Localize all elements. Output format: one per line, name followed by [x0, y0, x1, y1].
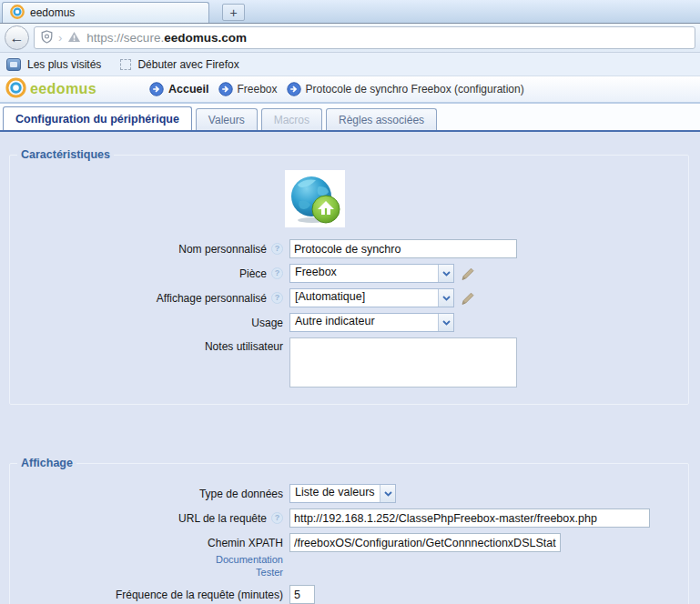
usage-select[interactable]: Autre indicateur [289, 313, 454, 332]
site-header: eedomus Accueil Freebox Protocole de syn… [0, 76, 700, 104]
display-legend: Affichage [17, 457, 76, 469]
custom-display-select[interactable]: [Automatique] [289, 288, 454, 307]
data-type-label: Type de données [199, 488, 283, 500]
request-frequency-input[interactable] [289, 585, 315, 604]
bookmark-get-started[interactable]: Débuter avec Firefox [137, 58, 238, 71]
breadcrumb-item-freebox[interactable]: Freebox [218, 82, 278, 96]
browser-tab[interactable]: eedomus [2, 2, 209, 23]
browser-tab-title: eedomus [30, 6, 75, 19]
chevron-down-icon [438, 265, 453, 282]
circle-arrow-icon [287, 82, 301, 96]
custom-display-label: Affichage personnalisé [157, 292, 267, 305]
help-icon[interactable]: ? [271, 267, 283, 279]
documentation-link[interactable]: Documentation [216, 554, 283, 565]
page-tabs: Configuration du périphérique Valeurs Ma… [0, 104, 700, 132]
default-bookmark-icon [120, 59, 131, 70]
breadcrumb: Accueil Freebox Protocole de synchro Fre… [149, 82, 524, 96]
warning-triangle-icon [67, 31, 81, 45]
help-icon[interactable]: ? [271, 512, 283, 524]
display-section: Affichage Type de données Liste de valeu… [9, 457, 689, 604]
request-url-input[interactable] [289, 508, 650, 528]
breadcrumb-item-current[interactable]: Protocole de synchro Freebox (configurat… [287, 82, 524, 96]
edit-display-pencil-icon[interactable] [461, 291, 475, 306]
page-content: Caractéristiques [0, 132, 700, 604]
breadcrumb-item-accueil[interactable]: Accueil [149, 82, 208, 96]
url-bar[interactable]: › https://secure.eedomus.com [34, 26, 695, 49]
help-icon[interactable]: ? [271, 243, 283, 255]
usage-label: Usage [251, 317, 283, 329]
eedomus-favicon-icon [10, 5, 25, 22]
xpath-label: Chemin XPATH [208, 537, 283, 549]
browser-navbar: ← › https://secure.eedomus.com [0, 24, 700, 53]
new-tab-button[interactable]: + [222, 4, 245, 21]
globe-home-icon [289, 174, 341, 225]
help-icon[interactable]: ? [271, 292, 283, 304]
user-notes-textarea[interactable] [289, 337, 517, 388]
xpath-input[interactable] [289, 533, 561, 552]
bookmarks-bar: Les plus visités Débuter avec Firefox [0, 53, 700, 76]
url-scheme: https://secure. [86, 31, 164, 45]
shield-icon [41, 30, 53, 46]
tab-macros: Macros [261, 108, 322, 130]
characteristics-section: Caractéristiques [9, 148, 689, 405]
tab-configuration[interactable]: Configuration du périphérique [3, 106, 192, 130]
request-frequency-label: Fréquence de la requête (minutes) [116, 589, 283, 601]
chevron-down-icon [438, 314, 453, 331]
room-select[interactable]: Freebox [289, 264, 454, 283]
user-notes-label: Notes utilisateur [205, 340, 283, 353]
custom-name-label: Nom personnalisé [178, 243, 267, 256]
browser-tabstrip: eedomus + [0, 0, 700, 24]
bookmark-most-visited[interactable]: Les plus visités [27, 58, 101, 71]
chevron-down-icon [380, 485, 395, 502]
request-url-label: URL de la requête [178, 512, 267, 525]
device-image [285, 170, 345, 227]
circle-arrow-icon [218, 82, 233, 96]
tab-valeurs[interactable]: Valeurs [196, 108, 258, 130]
circle-arrow-icon [149, 82, 164, 96]
most-visited-icon [6, 58, 21, 71]
back-button[interactable]: ← [5, 25, 29, 50]
room-label: Pièce [239, 267, 267, 280]
eedomus-logo-icon[interactable] [5, 77, 26, 102]
data-type-select[interactable]: Liste de valeurs [289, 484, 396, 503]
eedomus-logo-text[interactable]: eedomus [30, 81, 96, 97]
chevron-separator-icon: › [58, 31, 62, 45]
edit-room-pencil-icon[interactable] [461, 267, 475, 281]
characteristics-legend: Caractéristiques [17, 148, 114, 161]
custom-name-input[interactable] [289, 239, 517, 258]
chevron-down-icon [438, 289, 453, 307]
tab-regles-associees[interactable]: Règles associées [326, 108, 437, 130]
url-domain: eedomus.com [164, 31, 247, 45]
tester-link[interactable]: Tester [256, 567, 283, 578]
